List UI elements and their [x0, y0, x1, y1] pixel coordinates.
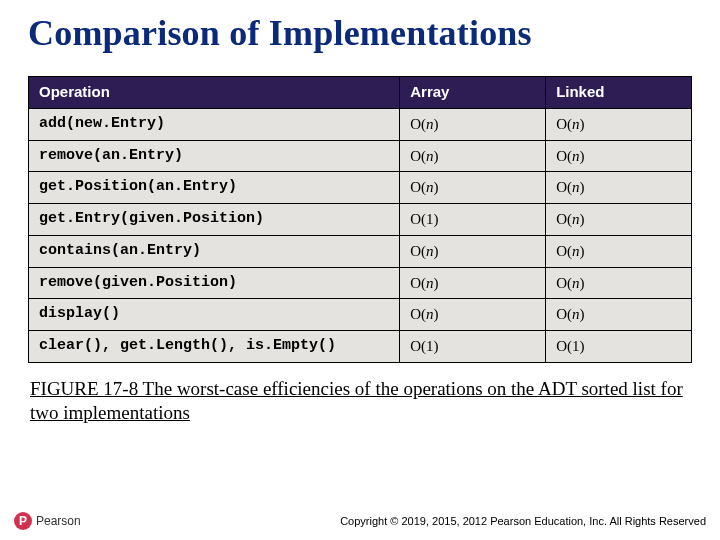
array-cell: O(n)	[400, 235, 546, 267]
table-row: get.Position(an.Entry)O(n)O(n)	[29, 172, 692, 204]
operation-cell: remove(an.Entry)	[29, 140, 400, 172]
array-cell: O(n)	[400, 267, 546, 299]
linked-cell: O(n)	[546, 140, 692, 172]
table-row: contains(an.Entry)O(n)O(n)	[29, 235, 692, 267]
linked-cell: O(n)	[546, 108, 692, 140]
col-header-operation: Operation	[29, 77, 400, 109]
array-cell: O(n)	[400, 172, 546, 204]
linked-cell: O(n)	[546, 299, 692, 331]
array-cell: O(n)	[400, 299, 546, 331]
operation-cell: clear(), get.Length(), is.Empty()	[29, 331, 400, 363]
figure-caption: FIGURE 17-8 The worst-case efficiencies …	[28, 377, 692, 425]
table-header-row: Operation Array Linked	[29, 77, 692, 109]
table-row: remove(an.Entry)O(n)O(n)	[29, 140, 692, 172]
linked-cell: O(1)	[546, 331, 692, 363]
array-cell: O(1)	[400, 331, 546, 363]
page-title: Comparison of Implementations	[28, 12, 692, 54]
array-cell: O(n)	[400, 108, 546, 140]
pearson-logo: P Pearson	[14, 512, 81, 530]
linked-cell: O(n)	[546, 267, 692, 299]
linked-cell: O(n)	[546, 235, 692, 267]
array-cell: O(n)	[400, 140, 546, 172]
table-row: get.Entry(given.Position)O(1)O(n)	[29, 204, 692, 236]
col-header-linked: Linked	[546, 77, 692, 109]
table-row: add(new.Entry)O(n)O(n)	[29, 108, 692, 140]
operation-cell: remove(given.Position)	[29, 267, 400, 299]
comparison-table: Operation Array Linked add(new.Entry)O(n…	[28, 76, 692, 363]
copyright-text: Copyright © 2019, 2015, 2012 Pearson Edu…	[340, 515, 706, 527]
linked-cell: O(n)	[546, 172, 692, 204]
table-row: remove(given.Position)O(n)O(n)	[29, 267, 692, 299]
operation-cell: add(new.Entry)	[29, 108, 400, 140]
table-row: clear(), get.Length(), is.Empty()O(1)O(1…	[29, 331, 692, 363]
operation-cell: contains(an.Entry)	[29, 235, 400, 267]
table-row: display()O(n)O(n)	[29, 299, 692, 331]
array-cell: O(1)	[400, 204, 546, 236]
operation-cell: get.Entry(given.Position)	[29, 204, 400, 236]
linked-cell: O(n)	[546, 204, 692, 236]
col-header-array: Array	[400, 77, 546, 109]
pearson-logo-icon: P	[14, 512, 32, 530]
operation-cell: get.Position(an.Entry)	[29, 172, 400, 204]
operation-cell: display()	[29, 299, 400, 331]
pearson-logo-text: Pearson	[36, 514, 81, 528]
